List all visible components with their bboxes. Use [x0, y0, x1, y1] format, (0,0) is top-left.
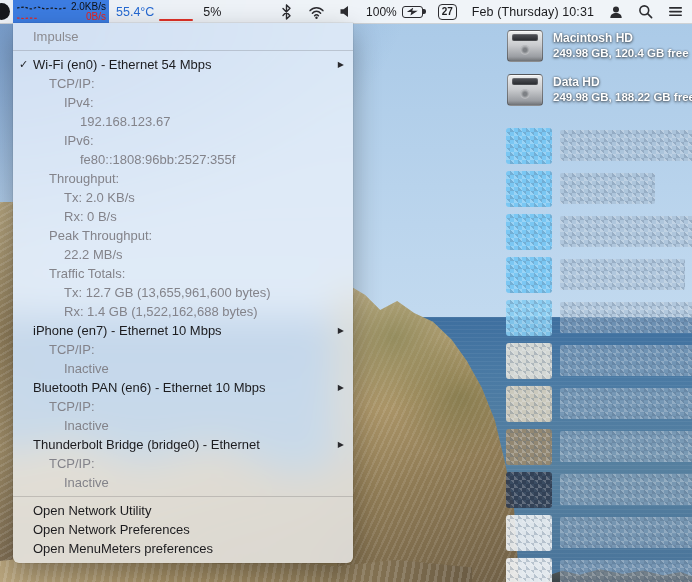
menu-separator — [13, 496, 353, 497]
blurred-desktop-item[interactable] — [506, 128, 692, 164]
menu-item[interactable]: Open MenuMeters preferences — [13, 539, 353, 558]
blurred-icon — [506, 472, 552, 508]
menu-item: Inactive — [13, 416, 353, 435]
menu-item-label: Peak Throughput: — [49, 228, 152, 243]
blurred-desktop-item[interactable] — [506, 472, 692, 508]
menu-item-label: Open Network Preferences — [33, 522, 190, 537]
menu-item-label: TCP/IP: — [49, 342, 95, 357]
network-tx-rate: 2.0KB/s — [71, 2, 106, 12]
menu-item-label: TCP/IP: — [49, 399, 95, 414]
blurred-icon — [506, 171, 552, 207]
menu-item: TCP/IP: — [13, 340, 353, 359]
calendar-day-icon[interactable]: 27 — [438, 4, 457, 20]
menubar-datetime[interactable]: Feb (Thursday) 10:31 — [472, 5, 594, 19]
blurred-desktop-item[interactable] — [506, 257, 685, 293]
menu-item-label: fe80::1808:96bb:2527:355f — [80, 152, 235, 167]
charging-bolt-icon — [406, 8, 419, 16]
menu-item-label: Rx: 0 B/s — [64, 209, 117, 224]
blurred-label — [560, 560, 692, 582]
menu-item: IPv6: — [13, 131, 353, 150]
volume-info: 249.98 GB, 120.4 GB free — [553, 46, 689, 61]
menu-item-label: IPv4: — [64, 95, 94, 110]
menu-separator — [13, 50, 353, 51]
temperature-menu-extra[interactable]: 55.4°C — [116, 5, 154, 19]
menu-item[interactable]: iPhone (en7) - Ethernet 10 Mbps▶ — [13, 321, 353, 340]
blurred-desktop-item[interactable] — [506, 429, 692, 465]
blurred-desktop-item[interactable] — [506, 214, 692, 250]
menu-item-label: IPv6: — [64, 133, 94, 148]
menu-item: Inactive — [13, 359, 353, 378]
hard-drive-icon — [507, 74, 543, 106]
menu-item[interactable]: ✓Wi-Fi (en0) - Ethernet 54 Mbps▶ — [13, 55, 353, 74]
blurred-icon — [506, 128, 552, 164]
blurred-desktop-item[interactable] — [506, 343, 692, 379]
blurred-icon — [506, 300, 552, 336]
menu-item-label: Inactive — [64, 418, 109, 433]
blurred-desktop-item[interactable] — [506, 386, 692, 422]
menu-item: TCP/IP: — [13, 454, 353, 473]
menu-item-label: Traffic Totals: — [49, 266, 125, 281]
menu-item: Inactive — [13, 473, 353, 492]
menu-item-label: TCP/IP: — [49, 76, 95, 91]
menu-item: 22.2 MB/s — [13, 245, 353, 264]
network-menu: Impulse✓Wi-Fi (en0) - Ethernet 54 Mbps▶T… — [13, 23, 353, 563]
list-icon[interactable] — [668, 5, 683, 18]
battery-icon — [402, 6, 423, 18]
menu-item-label: Thunderbolt Bridge (bridge0) - Ethernet — [33, 437, 260, 452]
desktop-volume[interactable]: Macintosh HD249.98 GB, 120.4 GB free — [507, 30, 689, 62]
menu-item[interactable]: Open Network Utility — [13, 501, 353, 520]
menu-item[interactable]: Bluetooth PAN (en6) - Ethernet 10 Mbps▶ — [13, 378, 353, 397]
checkmark-icon: ✓ — [19, 55, 28, 74]
menu-item: TCP/IP: — [13, 74, 353, 93]
volume-name: Macintosh HD — [553, 31, 689, 46]
submenu-arrow-icon: ▶ — [338, 55, 344, 74]
battery-percent: 100% — [366, 5, 397, 19]
volume-icon[interactable] — [340, 5, 351, 18]
blurred-desktop-item[interactable] — [506, 515, 692, 551]
blurred-icon — [506, 386, 552, 422]
menu-item[interactable]: Open Network Preferences — [13, 520, 353, 539]
blurred-desktop-item[interactable] — [506, 171, 655, 207]
menu-item-label: Inactive — [64, 475, 109, 490]
menu-item: Rx: 1.4 GB (1,522,162,688 bytes) — [13, 302, 353, 321]
menu-item-label: 192.168.123.67 — [80, 114, 170, 129]
blurred-icon — [506, 257, 552, 293]
network-throughput-menu-extra[interactable]: 2.0KB/s 0B/s — [13, 0, 109, 23]
blurred-icon — [506, 429, 552, 465]
menu-item: IPv4: — [13, 93, 353, 112]
volume-info: 249.98 GB, 188.22 GB free — [553, 90, 692, 105]
desktop-volume[interactable]: Data HD249.98 GB, 188.22 GB free — [507, 74, 692, 106]
menu-item-label: Throughput: — [49, 171, 119, 186]
menu-item[interactable]: Thunderbolt Bridge (bridge0) - Ethernet▶ — [13, 435, 353, 454]
menu-item-label: TCP/IP: — [49, 456, 95, 471]
bluetooth-icon[interactable] — [280, 4, 293, 20]
volume-name: Data HD — [553, 75, 692, 90]
search-icon[interactable] — [638, 4, 653, 19]
menu-item-label: Open MenuMeters preferences — [33, 541, 213, 556]
blurred-icon — [506, 214, 552, 250]
menu-item: Throughput: — [13, 169, 353, 188]
battery-status[interactable]: 100% — [366, 5, 423, 19]
menu-header: Impulse — [13, 27, 353, 46]
network-rx-rate: 0B/s — [86, 12, 106, 22]
menu-item-label: Impulse — [33, 29, 79, 44]
app-icon-partial[interactable] — [0, 3, 10, 20]
menu-item-label: Tx: 2.0 KB/s — [64, 190, 135, 205]
user-icon[interactable] — [609, 5, 623, 19]
menu-item-label: Wi-Fi (en0) - Ethernet 54 Mbps — [33, 57, 211, 72]
menu-item: 192.168.123.67 — [13, 112, 353, 131]
blurred-label — [560, 216, 692, 247]
blurred-label — [560, 388, 692, 419]
blurred-desktop-item[interactable] — [506, 300, 692, 336]
blurred-label — [560, 259, 685, 290]
blurred-label — [560, 431, 692, 462]
menu-item-label: iPhone (en7) - Ethernet 10 Mbps — [33, 323, 222, 338]
blurred-label — [560, 474, 692, 505]
menu-item: Peak Throughput: — [13, 226, 353, 245]
blurred-desktop-item[interactable] — [506, 558, 692, 582]
blurred-label — [560, 345, 692, 376]
wifi-icon[interactable] — [308, 5, 325, 19]
menu-item: Rx: 0 B/s — [13, 207, 353, 226]
blurred-label — [560, 173, 655, 204]
cpu-percent-menu-extra[interactable]: 5% — [203, 5, 221, 19]
